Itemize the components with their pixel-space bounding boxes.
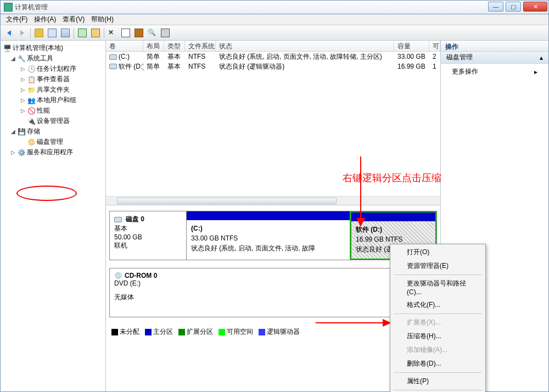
vol1-status: 状态良好 (逻辑驱动器) — [216, 61, 394, 72]
more-actions-label: 更多操作 — [452, 67, 478, 76]
tree-storage-label: 存储 — [27, 127, 40, 136]
close-button[interactable]: ✕ — [523, 2, 547, 12]
tree-task-label: 任务计划程序 — [37, 64, 76, 74]
tree-diskmgmt[interactable]: 📀磁盘管理 — [2, 137, 104, 147]
disk-icon — [114, 217, 122, 222]
app-icon — [4, 3, 13, 12]
vt-header: 卷 布局 类型 文件系统 状态 容量 可 — [106, 41, 440, 52]
tree-root-label: 计算机管理(本地) — [13, 43, 63, 53]
partition-c-bar — [187, 211, 350, 220]
svg-marker-1 — [356, 218, 365, 227]
vol1-free: 1 — [429, 62, 440, 71]
menubar: 文件(F) 操作(A) 查看(V) 帮助(H) — [0, 14, 549, 25]
titlebar: 计算机管理 — ▢ ✕ — [0, 0, 549, 14]
col-type[interactable]: 类型 — [164, 41, 185, 51]
col-fs[interactable]: 文件系统 — [185, 41, 216, 51]
tree-event[interactable]: ▷📋事件查看器 — [2, 74, 104, 85]
tree-root[interactable]: 🖥️计算机管理(本地) — [2, 43, 104, 53]
col-volume[interactable]: 卷 — [106, 41, 143, 51]
disk0-label[interactable]: 磁盘 0 基本 50.00 GB 联机 — [110, 211, 187, 260]
minimize-button[interactable]: — — [488, 2, 503, 12]
toolbar-icon-3[interactable] — [76, 27, 88, 39]
tree-perf[interactable]: ▷🚫性能 — [2, 105, 104, 116]
vol-row-c[interactable]: (C:) 简单 基本 NTFS 状态良好 (系统, 启动, 页面文件, 活动, … — [106, 52, 440, 61]
toolbar-icon-7[interactable] — [133, 27, 145, 39]
tree-event-label: 事件查看器 — [37, 75, 70, 84]
vol0-type: 基本 — [164, 52, 185, 62]
col-free[interactable]: 可 — [429, 41, 440, 51]
col-status[interactable]: 状态 — [216, 41, 394, 51]
actions-section-label: 磁盘管理 — [446, 53, 473, 62]
tree-storage[interactable]: ◢💾存储 — [2, 126, 104, 137]
chevron-right-icon: ▸ — [534, 68, 537, 76]
ctx-explorer[interactable]: 资源管理器(E) — [391, 259, 484, 273]
cdrom-state: 无媒体 — [114, 293, 432, 302]
lg-primary: 主分区 — [153, 328, 173, 335]
tree-shared[interactable]: ▷📁共享文件夹 — [2, 85, 104, 95]
p1-size: 33.00 GB NTFS — [191, 233, 345, 243]
lg-free: 可用空间 — [227, 328, 253, 335]
ctx-mirror: 添加镜像(A)... — [391, 343, 484, 357]
actions-section[interactable]: 磁盘管理 ▴ — [441, 52, 548, 64]
up-button[interactable] — [33, 27, 45, 39]
toolbar-icon-4[interactable] — [89, 27, 102, 39]
cdrom-row: 💿CD-ROM 0 DVD (E:) 无媒体 — [109, 268, 437, 317]
ctx-shrink[interactable]: 压缩卷(H)... — [391, 329, 484, 343]
vol0-fs: NTFS — [185, 52, 216, 61]
cdrom-label[interactable]: 💿CD-ROM 0 DVD (E:) 无媒体 — [110, 268, 436, 317]
actions-header: 操作 — [441, 41, 548, 52]
more-actions[interactable]: 更多操作 ▸ — [441, 64, 548, 80]
cdrom-kind: DVD (E:) — [114, 279, 432, 287]
cdrom-icon: 💿 — [114, 272, 122, 279]
col-layout[interactable]: 布局 — [143, 41, 164, 51]
vol0-name: (C:) — [119, 53, 130, 60]
ctx-extend: 扩展卷(X)... — [391, 316, 484, 329]
arrow-right-icon — [316, 317, 393, 328]
toolbar-icon-6[interactable] — [120, 27, 132, 39]
tree-devmgr[interactable]: 🔌设备管理器 — [2, 116, 104, 126]
menu-view[interactable]: 查看(V) — [59, 14, 88, 25]
partition-c[interactable]: (C:) 33.00 GB NTFS 状态良好 (系统, 启动, 页面文件, 活… — [187, 211, 350, 260]
ctx-change-letter[interactable]: 更改驱动器号和路径(C)... — [391, 277, 484, 298]
toolbar-icon-2[interactable] — [59, 27, 71, 39]
toolbar-icon-5[interactable]: ✕ — [107, 27, 119, 39]
toolbar-icon-9[interactable] — [159, 27, 171, 39]
maximize-button[interactable]: ▢ — [506, 2, 521, 12]
back-button[interactable] — [3, 27, 15, 39]
lg-logical: 逻辑驱动器 — [267, 328, 300, 335]
h-scrollbar[interactable] — [106, 196, 440, 205]
ctx-open[interactable]: 打开(O) — [391, 245, 484, 259]
forward-button[interactable] — [16, 27, 28, 39]
vol1-fs: NTFS — [185, 62, 216, 71]
toolbar-icon-1[interactable] — [46, 27, 58, 39]
toolbar-icon-8[interactable]: 🔍 — [146, 27, 158, 39]
vol1-name: 软件 (D:) — [119, 63, 143, 70]
menu-file[interactable]: 文件(F) — [3, 14, 31, 25]
ctx-format[interactable]: 格式化(F)... — [391, 298, 484, 312]
tree-users[interactable]: ▷👥本地用户和组 — [2, 95, 104, 105]
p2-size: 16.99 GB NTFS — [356, 234, 431, 244]
arrow-down-icon — [354, 156, 371, 228]
ctx-props[interactable]: 属性(P) — [391, 374, 484, 388]
disk0-size: 50.00 GB — [114, 233, 182, 241]
vol1-cap: 16.99 GB — [394, 62, 429, 71]
vol0-cap: 33.00 GB — [394, 52, 429, 61]
lg-ext: 扩展分区 — [187, 328, 213, 335]
lg-unalloc: 未分配 — [120, 328, 139, 335]
vol1-type: 基本 — [164, 61, 185, 72]
tree-services[interactable]: ▷⚙️服务和应用程序 — [2, 147, 104, 158]
ctx-delete[interactable]: 删除卷(D)... — [391, 357, 484, 371]
tree-systools[interactable]: ◢🔧系统工具 — [2, 53, 104, 64]
tree-users-label: 本地用户和组 — [37, 96, 76, 105]
tree-perf-label: 性能 — [37, 106, 50, 115]
col-capacity[interactable]: 容量 — [394, 41, 429, 51]
vol-row-d[interactable]: 软件 (D:) 简单 基本 NTFS 状态良好 (逻辑驱动器) 16.99 GB… — [106, 61, 440, 71]
tree-diskmgmt-label: 磁盘管理 — [37, 137, 63, 147]
menu-action[interactable]: 操作(A) — [31, 14, 59, 25]
menu-help[interactable]: 帮助(H) — [88, 14, 117, 25]
tree-devmgr-label: 设备管理器 — [37, 116, 70, 126]
toolbar: ✕ 🔍 — [0, 25, 549, 41]
tree-task[interactable]: ▷🕒任务计划程序 — [2, 64, 104, 74]
drive-icon — [109, 64, 117, 69]
tree-shared-label: 共享文件夹 — [37, 85, 70, 94]
